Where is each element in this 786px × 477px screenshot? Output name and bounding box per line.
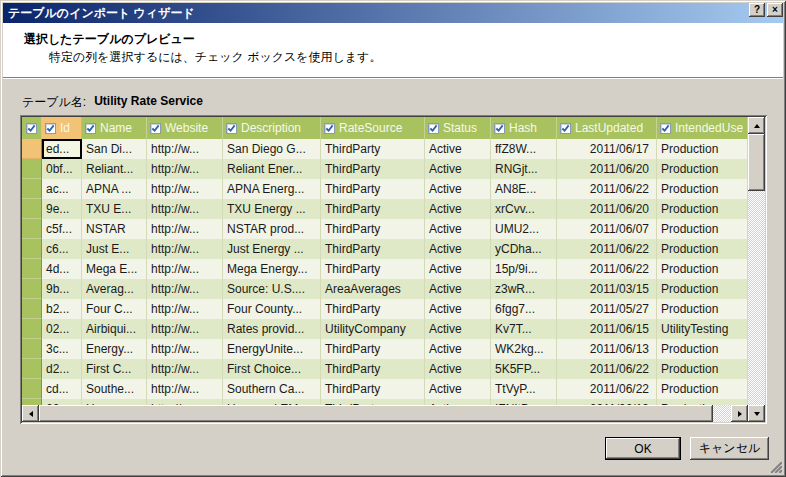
column-checkbox-Description[interactable] xyxy=(226,123,237,134)
header-cell-Name[interactable]: Name xyxy=(82,117,147,139)
table-cell[interactable]: NSTAR prod... xyxy=(223,219,321,239)
table-cell[interactable]: Mega Energy... xyxy=(223,259,321,279)
table-cell[interactable]: http://w... xyxy=(147,279,223,299)
table-cell[interactable]: ThirdParty xyxy=(321,179,425,199)
table-cell[interactable]: 2011/06/15 xyxy=(557,319,657,339)
table-cell[interactable]: yCDha... xyxy=(491,239,557,259)
table-cell[interactable]: http://w... xyxy=(147,199,223,219)
table-cell[interactable]: Production xyxy=(657,159,748,179)
table-cell[interactable]: Mega E... xyxy=(82,259,147,279)
table-cell[interactable]: http://w... xyxy=(147,259,223,279)
table-cell[interactable]: Production xyxy=(657,379,748,399)
horizontal-scrollbar[interactable] xyxy=(22,405,748,422)
table-cell[interactable]: Production xyxy=(657,299,748,319)
table-cell[interactable]: Just Energy ... xyxy=(223,239,321,259)
table-cell[interactable]: Active xyxy=(425,139,491,159)
row-selector[interactable] xyxy=(22,159,42,179)
table-cell[interactable]: Production xyxy=(657,279,748,299)
table-cell[interactable]: Active xyxy=(425,219,491,239)
table-cell[interactable]: 5K5FP... xyxy=(491,359,557,379)
table-cell[interactable]: ThirdParty xyxy=(321,379,425,399)
help-button[interactable]: ? xyxy=(749,3,765,17)
table-cell[interactable]: Active xyxy=(425,339,491,359)
row-selector[interactable] xyxy=(22,279,42,299)
table-cell[interactable]: San Di... xyxy=(82,139,147,159)
table-cell[interactable]: 6fgg7... xyxy=(491,299,557,319)
table-cell[interactable]: Active xyxy=(425,159,491,179)
table-cell[interactable]: ThirdParty xyxy=(321,339,425,359)
column-checkbox-RateSource[interactable] xyxy=(324,123,335,134)
table-cell[interactable]: 2011/03/15 xyxy=(557,279,657,299)
table-cell[interactable]: 4d... xyxy=(42,259,82,279)
table-cell[interactable]: d2... xyxy=(42,359,82,379)
table-cell[interactable]: Active xyxy=(425,359,491,379)
table-cell[interactable]: Southe... xyxy=(82,379,147,399)
table-cell[interactable]: http://w... xyxy=(147,339,223,359)
table-cell[interactable]: ThirdParty xyxy=(321,219,425,239)
table-cell[interactable]: Production xyxy=(657,259,748,279)
ok-button[interactable]: OK xyxy=(605,437,681,460)
table-cell[interactable]: Southern Ca... xyxy=(223,379,321,399)
resize-grip-icon[interactable] xyxy=(769,460,782,473)
header-cell-IntendedUse[interactable]: IntendedUse xyxy=(657,117,748,139)
table-cell[interactable]: First Choice... xyxy=(223,359,321,379)
table-cell[interactable]: http://w... xyxy=(147,299,223,319)
table-cell[interactable]: Reliant Ener... xyxy=(223,159,321,179)
table-cell[interactable]: EnergyUnite... xyxy=(223,339,321,359)
header-cell-Id[interactable]: Id xyxy=(42,117,82,139)
column-checkbox-Website[interactable] xyxy=(150,123,161,134)
row-selector[interactable] xyxy=(22,339,42,359)
table-cell[interactable]: ThirdParty xyxy=(321,199,425,219)
table-cell[interactable]: 0bf... xyxy=(42,159,82,179)
table-cell[interactable]: 2011/06/07 xyxy=(557,219,657,239)
table-cell[interactable]: b2... xyxy=(42,299,82,319)
table-cell[interactable]: http://w... xyxy=(147,379,223,399)
table-cell[interactable]: AN8E... xyxy=(491,179,557,199)
table-cell[interactable]: APNA Energ... xyxy=(223,179,321,199)
table-cell[interactable]: 2011/06/22 xyxy=(557,359,657,379)
scroll-right-button[interactable] xyxy=(731,405,748,422)
column-checkbox-Status[interactable] xyxy=(428,123,439,134)
table-cell[interactable]: ThirdParty xyxy=(321,239,425,259)
table-cell[interactable]: http://w... xyxy=(147,179,223,199)
table-cell[interactable]: APNA ... xyxy=(82,179,147,199)
table-cell[interactable]: http://w... xyxy=(147,139,223,159)
column-checkbox-LastUpdated[interactable] xyxy=(560,123,571,134)
horizontal-scroll-thumb[interactable] xyxy=(39,405,713,422)
table-cell[interactable]: UMU2... xyxy=(491,219,557,239)
table-cell[interactable]: Production xyxy=(657,179,748,199)
vertical-scroll-thumb[interactable] xyxy=(748,134,765,191)
table-cell[interactable]: 2011/06/13 xyxy=(557,339,657,359)
table-cell[interactable]: San Diego G... xyxy=(223,139,321,159)
table-cell[interactable]: AreaAverages xyxy=(321,279,425,299)
table-cell[interactable]: Production xyxy=(657,199,748,219)
row-selector[interactable] xyxy=(22,139,42,159)
table-cell[interactable]: xrCvv... xyxy=(491,199,557,219)
select-all-header-cell[interactable] xyxy=(22,117,42,139)
table-cell[interactable]: Active xyxy=(425,299,491,319)
table-cell[interactable]: TtVyP... xyxy=(491,379,557,399)
header-cell-RateSource[interactable]: RateSource xyxy=(321,117,425,139)
title-bar[interactable]: テーブルのインポート ウィザード xyxy=(3,3,783,23)
table-cell[interactable]: http://w... xyxy=(147,159,223,179)
table-cell[interactable]: Reliant... xyxy=(82,159,147,179)
table-cell[interactable]: ThirdParty xyxy=(321,359,425,379)
header-cell-Website[interactable]: Website xyxy=(147,117,223,139)
table-cell[interactable]: cd... xyxy=(42,379,82,399)
table-cell[interactable]: 2011/06/22 xyxy=(557,259,657,279)
table-cell[interactable]: Just E... xyxy=(82,239,147,259)
row-selector[interactable] xyxy=(22,219,42,239)
table-cell[interactable]: UtilityTesting xyxy=(657,319,748,339)
table-cell[interactable]: 3c... xyxy=(42,339,82,359)
table-cell[interactable]: ed... xyxy=(42,139,82,159)
table-cell[interactable]: Active xyxy=(425,179,491,199)
header-cell-Description[interactable]: Description xyxy=(223,117,321,139)
row-selector[interactable] xyxy=(22,199,42,219)
table-cell[interactable]: 2011/06/17 xyxy=(557,139,657,159)
table-cell[interactable]: TXU Energy ... xyxy=(223,199,321,219)
table-cell[interactable]: Source: U.S.... xyxy=(223,279,321,299)
scroll-up-button[interactable] xyxy=(748,117,765,134)
header-cell-Hash[interactable]: Hash xyxy=(491,117,557,139)
row-selector[interactable] xyxy=(22,259,42,279)
table-cell[interactable]: First C... xyxy=(82,359,147,379)
